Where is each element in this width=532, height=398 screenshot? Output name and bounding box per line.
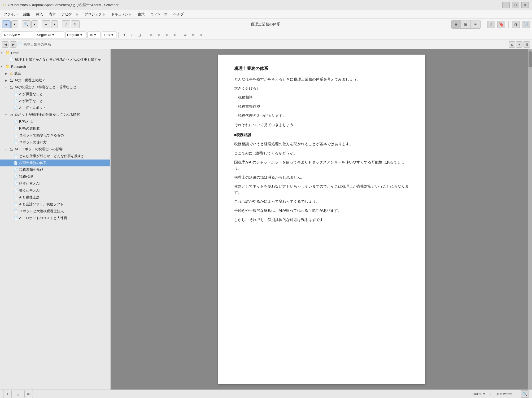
sidebar-item[interactable]: 📄税務代理 <box>0 173 110 180</box>
line-spacing-select[interactable]: 1.0x ▾ <box>102 32 116 38</box>
editor-paragraph[interactable]: ・税務代理の３つがあります。 <box>234 113 409 118</box>
editor-paragraph[interactable]: 国税庁がAIのチャットボットを使って今よりもタックスアンサーを使いやすくする可能… <box>234 159 409 171</box>
scrollbar-thumb[interactable] <box>529 51 532 67</box>
split-editor-button[interactable]: ⊟ <box>524 41 530 48</box>
align-justify-button[interactable]: ≡ <box>171 32 178 38</box>
editor-paragraph[interactable]: これも誰がやるかによって変わってくるでしょう。 <box>234 198 409 204</box>
add-doc-button[interactable]: + <box>3 390 12 398</box>
style-select[interactable]: No Style ▾ <box>2 32 34 38</box>
flag-button[interactable]: 🔍 <box>521 390 529 398</box>
theme-button[interactable]: ◑ <box>512 21 520 28</box>
menu-item-表示[interactable]: 表示 <box>46 11 58 18</box>
sidebar-item[interactable]: 📄話す仕事とAI <box>0 180 110 187</box>
editor-paragraph[interactable]: ・税務書類作成 <box>234 104 409 109</box>
outline-view-button[interactable]: ≡ <box>471 20 480 28</box>
editor-paragraph[interactable]: ■税務相談 <box>234 132 409 138</box>
bold-button[interactable]: B <box>120 32 127 38</box>
sidebar-item[interactable]: ▾📁Draft <box>0 49 110 56</box>
sidebar-item[interactable]: 📄AI・ロボットのコストと人件費 <box>0 215 110 222</box>
breadcrumb-text: 税理士業務の体系 <box>23 42 51 47</box>
sidebar-item[interactable]: 📄RPAの選択肢 <box>0 125 110 132</box>
weight-select[interactable]: Regular ▾ <box>65 32 86 38</box>
sidebar-item[interactable]: 📄AIが得意なこと <box>0 91 110 98</box>
list-button[interactable]: ≡ <box>198 32 205 38</box>
editor-scrollbar[interactable] <box>528 49 532 390</box>
sidebar-item[interactable]: 📄AIが苦手なこと <box>0 98 110 104</box>
doc-icon: 📄 <box>14 127 18 130</box>
sidebar-item[interactable]: 📄AIと税理士法 <box>0 194 110 201</box>
underline-button[interactable]: U <box>136 32 143 38</box>
sidebar-item[interactable]: ▾🗂AIが税理士より得意なこと・苦手なこと <box>0 84 110 91</box>
info-button[interactable]: ⓘ <box>522 21 530 28</box>
menu-item-ナビゲート[interactable]: ナビゲート <box>59 11 81 18</box>
highlight-button[interactable]: ✏ <box>190 32 197 38</box>
edit-button[interactable]: ✎ <box>71 20 80 28</box>
view-dropdown[interactable]: ▾ <box>11 20 18 28</box>
more-options-button[interactable]: ••• <box>24 390 33 398</box>
font-select[interactable]: Segoe UI ▾ <box>35 32 64 38</box>
sidebar-item[interactable]: 📄ロボットで効率化できるもの <box>0 132 110 139</box>
sidebar-item[interactable]: 📄ロボットの使い方 <box>0 139 110 146</box>
zoom-dropdown[interactable]: ▾ <box>483 392 485 396</box>
collapse-up-button[interactable]: ▲ <box>509 41 515 48</box>
font-size-select[interactable]: 10 ▾ <box>88 32 101 38</box>
back-button[interactable]: ◀ <box>2 41 8 48</box>
sidebar-item[interactable]: ▶🗂AIは、税理士の敵？ <box>0 77 110 84</box>
menu-item-挿入[interactable]: 挿入 <box>33 11 46 18</box>
sidebar-item[interactable]: 📄RPAとは <box>0 118 110 125</box>
editor-paragraph[interactable]: 依然としてネットを使わない方もいらっしゃいますので、そこは税理士が直接対応という… <box>234 183 409 195</box>
editor-page[interactable]: 税理士業務の体系どんな仕事を残すかを考えるときに税理士業務の体系を考えてみましょ… <box>218 55 425 384</box>
add-dropdown[interactable]: ▾ <box>51 20 58 28</box>
sidebar-item[interactable]: 📄税理士業務の体系 <box>0 160 110 166</box>
add-button[interactable]: + <box>42 20 50 28</box>
text-color-button[interactable]: A <box>182 32 189 38</box>
sidebar-item[interactable]: ▾🗂AI・ロボットの税理士への影響 <box>0 146 110 153</box>
search-button[interactable]: 🔍 <box>22 20 30 28</box>
editor-paragraph[interactable]: どんな仕事を残すかを考えるときに税理士業務の体系を考えてみましょう。 <box>234 76 409 82</box>
sidebar-item[interactable]: 📄AIと会計ソフト、税務ソフト <box>0 201 110 208</box>
stack-icon: 🗂 <box>10 85 13 89</box>
export-button[interactable]: ↗ <box>487 21 495 28</box>
search-dropdown[interactable]: ▾ <box>31 20 38 28</box>
remove-doc-button[interactable]: ⊟ <box>14 390 22 398</box>
forward-button[interactable]: ▶ <box>10 41 16 48</box>
editor-paragraph[interactable]: それぞれについて見ていきましょう <box>234 122 409 128</box>
maximize-button[interactable]: □ <box>512 2 519 8</box>
editor-paragraph[interactable]: ・税務相談 <box>234 94 409 100</box>
menu-item-書式[interactable]: 書式 <box>135 11 147 18</box>
editor-paragraph[interactable]: 税務相談でいうと経理処理の仕方を聞かれることが基本ではあります。 <box>234 141 409 147</box>
align-center-button[interactable]: ≡ <box>155 32 162 38</box>
view-back-button[interactable]: ■ <box>2 20 11 28</box>
editor-paragraph[interactable]: 大きく分けると <box>234 85 409 91</box>
minimize-button[interactable]: ─ <box>502 2 510 8</box>
sidebar-item[interactable]: 📄ロボットと大規模税理士法人 <box>0 208 110 215</box>
align-right-button[interactable]: ≡ <box>163 32 170 38</box>
editor-paragraph[interactable]: ここでAIには影響してくるかどうか。 <box>234 150 409 156</box>
menu-item-ファイル[interactable]: ファイル <box>1 11 20 18</box>
italic-button[interactable]: I <box>128 32 135 38</box>
menu-item-プロジェクト[interactable]: プロジェクト <box>82 11 108 18</box>
close-button[interactable]: × <box>521 2 529 8</box>
sidebar-item[interactable]: 📄AI・IT・ロボット <box>0 104 110 111</box>
menu-item-ウィンドウ[interactable]: ウィンドウ <box>148 11 170 18</box>
editor-paragraph[interactable]: 税理士の活躍の場は減るかもしれません。 <box>234 174 409 180</box>
sidebar-item[interactable]: ▾🗂ロボットが税理士の仕事をしてくれる時代 <box>0 111 110 118</box>
sidebar-item[interactable]: 📄税理士を残すかんな仕事が残るか・どんな仕事を残すか <box>0 56 110 63</box>
sidebar-item[interactable]: 📄どんな仕事が残るか・どんな仕事を残すか <box>0 153 110 160</box>
collapse-down-button[interactable]: ▼ <box>516 41 522 48</box>
sidebar-item[interactable]: 📄税務書類の作成 <box>0 166 110 173</box>
editor-paragraph[interactable]: 手続きや一般的な解釈は、AIが取って代わる可能性があります。 <box>234 207 409 213</box>
editor-paragraph[interactable]: しかし、それでも、個別具体的な対応は残るはずです。 <box>234 217 409 223</box>
sidebar-item[interactable]: 📄書く仕事とAI <box>0 187 110 194</box>
sidebar-item[interactable]: ▾📁Research <box>0 63 110 70</box>
sidebar-arrow-icon: ▾ <box>1 65 5 68</box>
align-left-button[interactable]: ≡ <box>147 32 154 38</box>
move-button[interactable]: ↗ <box>62 20 70 28</box>
split-view-button[interactable]: ⊞ <box>461 20 471 28</box>
menu-item-ドキュメント[interactable]: ドキュメント <box>108 11 134 18</box>
sidebar-item[interactable]: ▶⚠競合 <box>0 70 110 77</box>
single-view-button[interactable]: ■ <box>452 20 461 28</box>
menu-item-ヘルプ[interactable]: ヘルプ <box>171 11 186 18</box>
menu-item-編集[interactable]: 編集 <box>21 11 33 18</box>
bookmark-button[interactable]: 🔖 <box>497 21 505 28</box>
